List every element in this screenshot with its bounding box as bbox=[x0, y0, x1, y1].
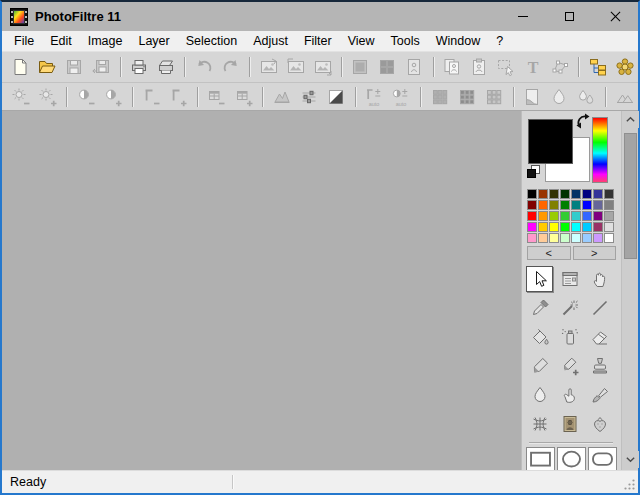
brush-tool[interactable] bbox=[526, 353, 553, 379]
panel-scrollbar[interactable] bbox=[621, 111, 638, 470]
minimize-button[interactable] bbox=[500, 2, 546, 31]
art-brush-tool[interactable] bbox=[586, 382, 613, 408]
palette-swatch[interactable] bbox=[538, 222, 548, 232]
line-tool[interactable] bbox=[586, 295, 613, 321]
palette-swatch[interactable] bbox=[593, 222, 603, 232]
palette-swatch[interactable] bbox=[538, 200, 548, 210]
palette-swatch[interactable] bbox=[593, 211, 603, 221]
palette-swatch[interactable] bbox=[582, 189, 592, 199]
palette-swatch[interactable] bbox=[604, 222, 614, 232]
print-button[interactable] bbox=[127, 55, 151, 79]
maximize-icon bbox=[565, 12, 574, 21]
palette-next-button[interactable]: > bbox=[573, 246, 617, 260]
airbrush-tool[interactable] bbox=[556, 324, 583, 350]
workspace-canvas[interactable] bbox=[2, 111, 521, 470]
palette-swatch[interactable] bbox=[560, 200, 570, 210]
eraser-tool[interactable] bbox=[586, 324, 613, 350]
mini-color-swap-icon[interactable] bbox=[525, 163, 542, 180]
resize-grip[interactable] bbox=[623, 478, 636, 491]
palette-prev-button[interactable]: < bbox=[527, 246, 571, 260]
selection-shape-rectangle[interactable] bbox=[526, 447, 555, 470]
palette-swatch[interactable] bbox=[604, 189, 614, 199]
palette-swatch[interactable] bbox=[571, 222, 581, 232]
palette-swatch[interactable] bbox=[604, 200, 614, 210]
palette-swatch[interactable] bbox=[604, 233, 614, 243]
palette-swatch[interactable] bbox=[527, 211, 537, 221]
palette-swatch[interactable] bbox=[549, 189, 559, 199]
rainbow-gradient-picker[interactable] bbox=[592, 117, 608, 183]
open-folder-button[interactable] bbox=[35, 55, 59, 79]
palette-swatch[interactable] bbox=[560, 189, 570, 199]
palette-swatch[interactable] bbox=[527, 222, 537, 232]
palette-swatch[interactable] bbox=[549, 233, 559, 243]
new-file-button[interactable] bbox=[9, 55, 33, 79]
hand-tool[interactable] bbox=[586, 266, 613, 292]
palette-swatch[interactable] bbox=[538, 189, 548, 199]
nozzle-tool[interactable] bbox=[586, 411, 613, 437]
palette-swatch[interactable] bbox=[527, 233, 537, 243]
mesh-tool[interactable] bbox=[526, 411, 553, 437]
blur-tool[interactable] bbox=[526, 382, 553, 408]
stamp-tool[interactable] bbox=[586, 353, 613, 379]
pipette-tool[interactable] bbox=[526, 295, 553, 321]
layer-manager-tool[interactable] bbox=[556, 266, 583, 292]
palette-swatch[interactable] bbox=[549, 200, 559, 210]
menu-file[interactable]: File bbox=[6, 32, 42, 50]
grid-4-button bbox=[375, 55, 399, 79]
palette-swatch[interactable] bbox=[538, 211, 548, 221]
explorer-button[interactable] bbox=[586, 55, 610, 79]
text-button: T bbox=[521, 55, 545, 79]
palette-swatch[interactable] bbox=[560, 233, 570, 243]
menu-window[interactable]: Window bbox=[428, 32, 488, 50]
selection-shape-rounded-rectangle[interactable] bbox=[588, 447, 617, 470]
pattern-photo-tool[interactable] bbox=[556, 411, 583, 437]
smudge-tool[interactable] bbox=[556, 382, 583, 408]
palette-swatch[interactable] bbox=[549, 211, 559, 221]
levels-button bbox=[298, 85, 320, 109]
palette-swatch[interactable] bbox=[560, 222, 570, 232]
scroll-down-button[interactable] bbox=[622, 451, 639, 468]
maximize-button[interactable] bbox=[546, 2, 592, 31]
palette-swatch[interactable] bbox=[560, 211, 570, 221]
scan-button[interactable] bbox=[154, 55, 178, 79]
contrast-plus-button bbox=[102, 85, 124, 109]
palette-swatch[interactable] bbox=[571, 233, 581, 243]
menu-view[interactable]: View bbox=[340, 32, 383, 50]
foreground-color-swatch[interactable] bbox=[528, 119, 573, 164]
menu-filter[interactable]: Filter bbox=[296, 32, 340, 50]
swap-colors-icon[interactable] bbox=[574, 112, 592, 130]
toolbar-separator bbox=[341, 57, 342, 77]
fill-tool[interactable] bbox=[526, 324, 553, 350]
menu-selection[interactable]: Selection bbox=[178, 32, 245, 50]
plugins-button[interactable] bbox=[613, 55, 637, 79]
close-button[interactable] bbox=[592, 2, 638, 31]
palette-swatch[interactable] bbox=[582, 200, 592, 210]
palette-swatch[interactable] bbox=[593, 189, 603, 199]
palette-swatch[interactable] bbox=[538, 233, 548, 243]
menu-edit[interactable]: Edit bbox=[42, 32, 80, 50]
scroll-up-button[interactable] bbox=[622, 111, 639, 128]
brush-plus-tool[interactable] bbox=[556, 353, 583, 379]
palette-swatch[interactable] bbox=[549, 222, 559, 232]
menu-image[interactable]: Image bbox=[80, 32, 131, 50]
palette-swatch[interactable] bbox=[571, 211, 581, 221]
palette-swatch[interactable] bbox=[571, 200, 581, 210]
palette-swatch[interactable] bbox=[527, 200, 537, 210]
palette-swatch[interactable] bbox=[582, 222, 592, 232]
palette-swatch[interactable] bbox=[582, 211, 592, 221]
palette-swatch[interactable] bbox=[527, 189, 537, 199]
palette-swatch[interactable] bbox=[571, 189, 581, 199]
selection-shape-ellipse[interactable] bbox=[557, 447, 586, 470]
palette-swatch[interactable] bbox=[593, 200, 603, 210]
magic-wand-tool[interactable] bbox=[556, 295, 583, 321]
menu-adjust[interactable]: Adjust bbox=[245, 32, 296, 50]
palette-swatch[interactable] bbox=[582, 233, 592, 243]
menu-tools[interactable]: Tools bbox=[383, 32, 428, 50]
pointer-tool[interactable] bbox=[526, 266, 553, 292]
palette-swatch[interactable] bbox=[604, 211, 614, 221]
scrollbar-thumb[interactable] bbox=[624, 133, 637, 259]
menu-help[interactable]: ? bbox=[488, 32, 511, 50]
menu-layer[interactable]: Layer bbox=[130, 32, 177, 50]
palette-swatch[interactable] bbox=[593, 233, 603, 243]
app-icon[interactable] bbox=[10, 8, 28, 26]
